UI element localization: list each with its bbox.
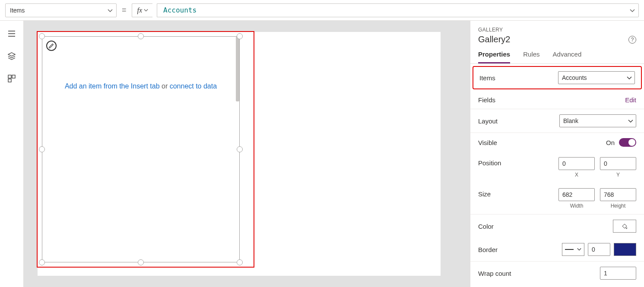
fields-edit-link[interactable]: Edit [625, 96, 636, 104]
prop-fields-row: Fields Edit [470, 91, 644, 109]
prop-color-label: Color [478, 223, 494, 230]
chevron-down-icon [627, 76, 631, 80]
edit-gallery-badge[interactable] [46, 41, 57, 51]
prop-items-label: Items [479, 74, 495, 82]
visible-toggle[interactable] [619, 138, 636, 147]
chevron-down-icon [108, 8, 112, 13]
size-width-input[interactable]: 682 [558, 188, 595, 201]
left-rail [0, 21, 24, 287]
resize-handle[interactable] [138, 33, 144, 39]
resize-handle[interactable] [237, 33, 243, 39]
formula-value: Accounts [163, 6, 197, 14]
line-icon [565, 249, 574, 250]
position-x-input[interactable]: 0 [558, 157, 595, 170]
paint-bucket-icon [621, 223, 628, 230]
prop-border-row: Border 0 [470, 238, 644, 262]
prop-wrap-label: Wrap count [478, 270, 511, 277]
gallery-scrollbar[interactable] [236, 37, 239, 101]
size-width-sublabel: Width [570, 203, 584, 209]
size-height-input[interactable]: 768 [600, 188, 636, 201]
chevron-down-icon [630, 8, 634, 13]
resize-handle[interactable] [237, 259, 243, 265]
color-picker[interactable] [613, 220, 636, 233]
items-select[interactable]: Accounts [558, 71, 635, 84]
equals-label: = [121, 6, 127, 15]
prop-position-row: Position 0 X 0 Y [470, 152, 644, 183]
prop-fields-label: Fields [478, 96, 495, 104]
position-y-input[interactable]: 0 [600, 157, 636, 170]
resize-handle[interactable] [39, 259, 45, 265]
tab-rules[interactable]: Rules [523, 50, 539, 63]
panel-tabs: Properties Rules Advanced [470, 44, 644, 64]
connect-data-link[interactable]: connect to data [170, 82, 217, 90]
prop-size-row: Size 682 Width 768 Height [470, 183, 644, 214]
prop-wrap-row: Wrap count 1 [470, 262, 644, 285]
layout-select[interactable]: Blank [559, 114, 636, 127]
prop-color-row: Color [470, 214, 644, 238]
prop-items-row: Items Accounts [473, 66, 642, 89]
border-width-input[interactable]: 0 [588, 243, 610, 256]
panel-title: Gallery2 [478, 35, 510, 44]
border-style-select[interactable] [562, 243, 584, 256]
prop-layout-label: Layout [478, 117, 498, 125]
layout-select-value: Blank [563, 117, 578, 124]
chevron-down-icon [144, 8, 148, 13]
components-icon[interactable] [7, 74, 16, 83]
prop-position-label: Position [478, 157, 501, 167]
resize-handle[interactable] [39, 33, 45, 39]
border-color-picker[interactable] [614, 243, 636, 256]
prop-border-label: Border [478, 246, 498, 253]
prop-layout-row: Layout Blank [470, 109, 644, 133]
position-y-sublabel: Y [616, 172, 620, 178]
svg-rect-2 [8, 79, 11, 82]
svg-rect-1 [12, 75, 15, 78]
insert-tab-link[interactable]: Add an item from the Insert tab [65, 82, 160, 90]
panel-category: GALLERY [478, 27, 636, 33]
help-icon[interactable]: ? [628, 36, 636, 44]
property-selector[interactable]: Items [5, 3, 117, 17]
resize-handle[interactable] [237, 146, 243, 152]
resize-handle[interactable] [39, 146, 45, 152]
wrap-count-input[interactable]: 1 [600, 267, 636, 280]
prop-visible-row: Visible On [470, 133, 644, 152]
tab-properties[interactable]: Properties [478, 50, 510, 63]
properties-panel: GALLERY Gallery2 ? Properties Rules Adva… [470, 21, 644, 287]
fx-button[interactable]: fx [132, 3, 153, 17]
main-area: Add an item from the Insert tab or conne… [0, 21, 644, 287]
position-x-sublabel: X [575, 172, 578, 178]
hamburger-icon[interactable] [7, 29, 16, 38]
items-select-value: Accounts [562, 74, 587, 81]
chevron-down-icon [577, 247, 581, 252]
pencil-icon [48, 43, 54, 49]
tab-advanced[interactable]: Advanced [553, 50, 582, 63]
prop-visible-label: Visible [478, 139, 497, 146]
layers-icon[interactable] [7, 52, 16, 60]
size-height-sublabel: Height [611, 203, 626, 209]
formula-bar: Items = fx Accounts [0, 0, 644, 21]
formula-input[interactable]: Accounts [157, 3, 639, 17]
hint-middle: or [160, 82, 170, 90]
fx-label: fx [137, 6, 143, 14]
prop-size-label: Size [478, 188, 491, 198]
visible-state: On [606, 139, 615, 146]
canvas[interactable]: Add an item from the Insert tab or conne… [24, 21, 470, 287]
resize-handle[interactable] [138, 259, 144, 265]
app-screen[interactable]: Add an item from the Insert tab or conne… [38, 32, 441, 276]
chevron-down-icon [628, 119, 632, 123]
svg-rect-0 [8, 75, 11, 78]
property-selector-value: Items [10, 7, 25, 14]
gallery-empty-hint: Add an item from the Insert tab or conne… [42, 82, 239, 90]
gallery-control[interactable]: Add an item from the Insert tab or conne… [42, 36, 240, 262]
